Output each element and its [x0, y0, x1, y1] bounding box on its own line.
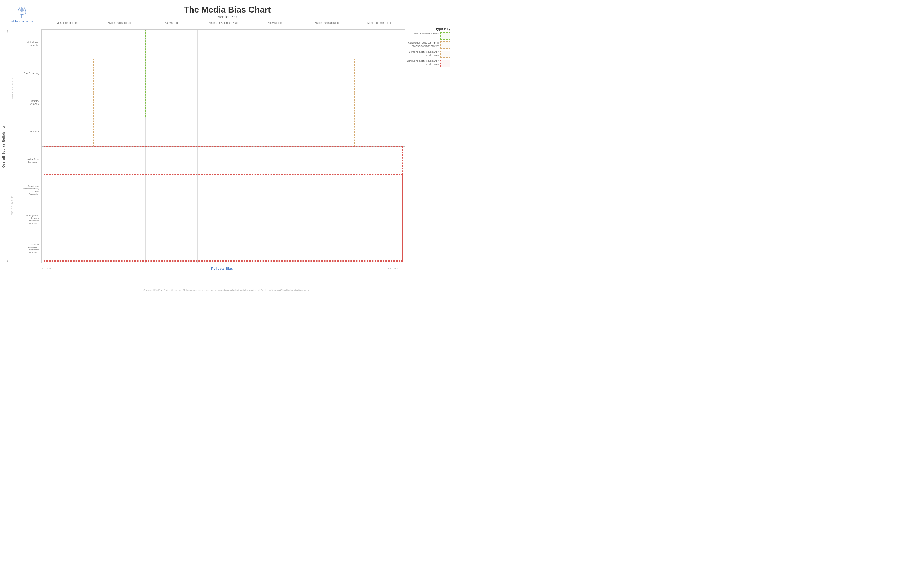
logo-icon — [15, 5, 29, 19]
chart-wrapper: Most Extreme Left Hyper-Partisan Left Sk… — [41, 21, 405, 278]
zone-red — [44, 147, 403, 262]
arrow-right-icon: → — [402, 267, 405, 270]
zone-green — [145, 30, 301, 117]
h-line-7 — [42, 234, 405, 234]
col-header-5: Hyper-Partisan Right — [301, 21, 353, 29]
row-label-7: ContainsInaccurate /FabricatedInformatio… — [0, 234, 41, 263]
y-axis-label: Overall Source Reliability — [2, 29, 6, 263]
key-label-3: Some reliability issues and / or extremi… — [406, 50, 439, 57]
key-box-4 — [440, 60, 451, 67]
key-item-3: Some reliability issues and / or extremi… — [406, 50, 451, 58]
col-header-3: Neutral or Balanced Bias — [197, 21, 249, 29]
copyright: Copyright © 2019 Ad Fontes Media, Inc. |… — [0, 289, 454, 291]
arrow-left-icon: ← — [41, 267, 45, 270]
less-reliable-label: LESS RELIABLE — [11, 150, 14, 263]
svg-rect-0 — [21, 15, 23, 18]
row-label-1: Fact Reporting — [0, 58, 41, 88]
more-reliable-label: MORE RELIABLE — [11, 29, 14, 147]
key-label-4: Serious reliability issues and / or extr… — [406, 60, 439, 66]
type-key-title: Type Key — [406, 27, 451, 31]
logo: ad fontes media — [11, 5, 33, 23]
h-line-6 — [42, 205, 405, 205]
x-center-label: Political Bias — [211, 267, 233, 270]
col-header-6: Most Extreme Right — [353, 21, 405, 29]
col-header-4: Skews Right — [249, 21, 301, 29]
row-label-6: Propoganda /ContainsMisleadingInformatio… — [0, 205, 41, 234]
x-left-label: LEFT — [47, 267, 57, 270]
x-axis-row: ← LEFT Political Bias RIGHT → — [41, 267, 405, 270]
row-label-3: Analysis — [0, 117, 41, 146]
col-header-0: Most Extreme Left — [41, 21, 93, 29]
x-axis-section: ← LEFT Political Bias RIGHT → — [41, 263, 405, 278]
zone-red-inner — [44, 174, 403, 260]
zone-tan-outer — [93, 59, 355, 146]
logo-text: ad fontes media — [11, 19, 33, 23]
chart-title: The Media Bias Chart — [0, 5, 454, 15]
row-labels: Original FactReporting Fact Reporting Co… — [0, 29, 41, 263]
y-axis-text: Overall Source Reliability — [2, 125, 5, 168]
row-label-2: ComplexAnalysis — [0, 88, 41, 117]
header: The Media Bias Chart Version 5.0 — [0, 0, 454, 19]
h-line-1 — [42, 59, 405, 59]
h-line-2 — [42, 88, 405, 88]
key-box-3 — [440, 50, 451, 58]
col-header-2: Skews Left — [146, 21, 197, 29]
chart-subtitle: Version 5.0 — [0, 15, 454, 19]
svg-rect-1 — [20, 14, 23, 15]
row-label-0: Original FactReporting — [0, 29, 41, 58]
mid-divider — [42, 147, 405, 147]
key-item-1: Most Reliable for News — [406, 32, 451, 40]
arrow-up-icon: ↑ — [7, 29, 8, 33]
page-container: ad fontes media The Media Bias Chart Ver… — [0, 0, 454, 294]
h-line-5 — [42, 176, 405, 176]
key-box-2 — [440, 41, 451, 49]
key-label-1: Most Reliable for News — [406, 32, 439, 36]
x-right-label: RIGHT — [388, 267, 399, 270]
row-label-5: Selective orIncomplete Story/ UnfairPers… — [0, 176, 41, 205]
chart-content — [41, 29, 405, 263]
type-key: Type Key Most Reliable for News Reliable… — [406, 27, 451, 69]
row-label-4: Opinion / FairPersuasion — [0, 147, 41, 176]
key-box-1 — [440, 32, 451, 40]
col-headers: Most Extreme Left Hyper-Partisan Left Sk… — [41, 21, 405, 29]
key-label-2: Reliable for news, but high in analysis … — [406, 41, 439, 48]
col-header-1: Hyper-Partisan Left — [93, 21, 145, 29]
key-item-2: Reliable for news, but high in analysis … — [406, 41, 451, 49]
arrow-down-icon: ↓ — [7, 258, 8, 262]
key-item-4: Serious reliability issues and / or extr… — [406, 60, 451, 67]
